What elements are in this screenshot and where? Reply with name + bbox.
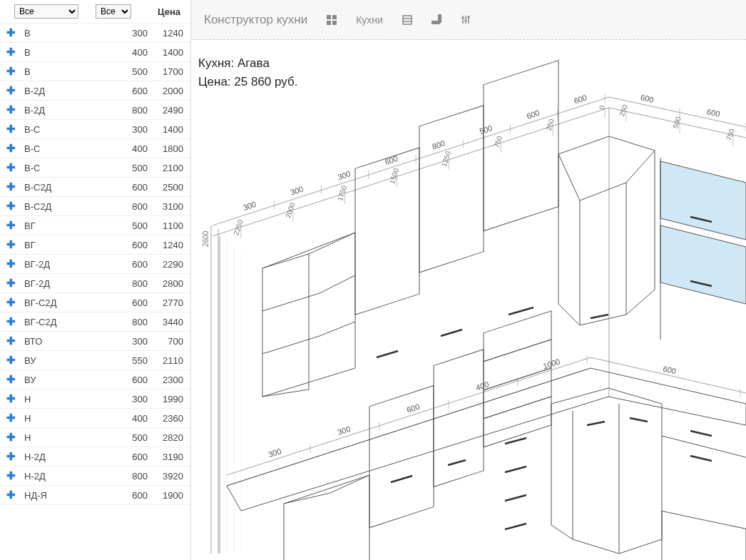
add-icon[interactable]: ✚ [3, 200, 19, 213]
item-price: 700 [148, 336, 185, 347]
catalog-row[interactable]: ✚В-С5002100 [0, 158, 190, 178]
svg-line-55 [377, 351, 398, 357]
dimension-label: 300 [337, 169, 352, 181]
catalog-row[interactable]: ✚В-2Д8002490 [0, 101, 190, 120]
item-name: Н [19, 432, 113, 443]
catalog-row[interactable]: ✚В-С3001400 [0, 120, 190, 139]
catalog-row[interactable]: ✚Н-2Д6003190 [0, 447, 190, 467]
svg-rect-50 [419, 106, 484, 273]
svg-rect-4 [403, 16, 412, 24]
svg-marker-52 [660, 161, 746, 240]
svg-rect-70 [369, 386, 434, 528]
add-icon[interactable]: ✚ [3, 26, 19, 39]
add-icon[interactable]: ✚ [3, 296, 19, 309]
catalog-row[interactable]: ✚ВГ-2Д6002290 [0, 255, 190, 274]
catalog-row[interactable]: ✚Н-2Д8003920 [0, 467, 190, 486]
item-size: 400 [113, 413, 148, 424]
main-panel: Конструктор кухни Кухни Кухня: Агава Цен… [191, 0, 746, 560]
catalog-row[interactable]: ✚В3001240 [0, 24, 190, 43]
item-name: В [19, 28, 113, 39]
item-price: 2300 [148, 375, 185, 385]
svg-rect-76 [662, 511, 746, 560]
kitchens-link[interactable]: Кухни [356, 14, 383, 26]
filter-type-select[interactable]: Все [14, 4, 78, 19]
svg-rect-49 [355, 148, 419, 315]
design-canvas[interactable]: Кухня: Агава Цена: 25 860 руб. .ln { str… [191, 40, 746, 560]
add-icon[interactable]: ✚ [3, 469, 19, 482]
item-name: В-С2Д [19, 201, 113, 212]
add-icon[interactable]: ✚ [3, 123, 19, 136]
scale-label: 250 [618, 103, 629, 118]
add-icon[interactable]: ✚ [3, 392, 19, 405]
add-icon[interactable]: ✚ [3, 489, 19, 502]
item-size: 500 [113, 66, 148, 77]
add-icon[interactable]: ✚ [3, 180, 19, 193]
catalog-row[interactable]: ✚Н4002360 [0, 409, 190, 428]
catalog-row[interactable]: ✚В-С2Д8003100 [0, 197, 190, 216]
catalog-row[interactable]: ✚ВГ-С2Д6002770 [0, 293, 190, 312]
catalog-row[interactable]: ✚ВГ-2Д8002800 [0, 274, 190, 293]
catalog-row[interactable]: ✚НД-Я6001900 [0, 486, 190, 505]
add-icon[interactable]: ✚ [3, 65, 19, 78]
ruler-icon[interactable] [431, 14, 443, 26]
item-name: В-2Д [19, 86, 113, 96]
add-icon[interactable]: ✚ [3, 373, 19, 386]
add-icon[interactable]: ✚ [3, 354, 19, 367]
item-price: 2110 [148, 355, 185, 366]
catalog-row[interactable]: ✚ВГ6001240 [0, 235, 190, 255]
svg-rect-73 [484, 340, 551, 390]
catalog-row[interactable]: ✚Н5002820 [0, 428, 190, 447]
add-icon[interactable]: ✚ [3, 103, 19, 116]
item-size: 600 [113, 452, 148, 462]
add-icon[interactable]: ✚ [3, 238, 19, 251]
scale-label: 2250 [232, 218, 244, 236]
item-price: 2000 [148, 86, 185, 96]
item-name: ВГ-С2Д [19, 297, 113, 308]
item-price: 2290 [148, 259, 185, 270]
catalog-row[interactable]: ✚ВТО300700 [0, 332, 190, 351]
add-icon[interactable]: ✚ [3, 450, 19, 463]
item-price: 1900 [148, 490, 185, 501]
add-icon[interactable]: ✚ [3, 277, 19, 290]
item-price: 2100 [148, 163, 185, 173]
item-name: ВУ [19, 375, 113, 385]
catalog-row[interactable]: ✚ВГ5001100 [0, 216, 190, 235]
scale-label: 250 [544, 118, 556, 132]
catalog-row[interactable]: ✚В-С4001800 [0, 139, 190, 158]
add-icon[interactable]: ✚ [3, 142, 19, 155]
add-icon[interactable]: ✚ [3, 219, 19, 232]
svg-line-58 [591, 315, 608, 318]
grid-icon[interactable] [326, 14, 337, 26]
settings-icon[interactable] [461, 14, 473, 26]
catalog-row[interactable]: ✚ВУ5502110 [0, 351, 190, 370]
add-icon[interactable]: ✚ [3, 431, 19, 444]
item-name: В [19, 47, 113, 58]
item-size: 800 [113, 105, 148, 116]
catalog-row[interactable]: ✚В-С2Д6002500 [0, 178, 190, 197]
add-icon[interactable]: ✚ [3, 46, 19, 58]
dimension-label: 800 [431, 138, 446, 151]
svg-line-82 [505, 495, 526, 501]
catalog-row[interactable]: ✚ВУ6002300 [0, 370, 190, 390]
list-icon[interactable] [402, 14, 413, 26]
item-price: 1990 [148, 394, 185, 404]
svg-line-48 [262, 390, 309, 397]
add-icon[interactable]: ✚ [3, 84, 19, 97]
add-icon[interactable]: ✚ [3, 161, 19, 174]
item-name: НД-Я [19, 490, 113, 501]
add-icon[interactable]: ✚ [3, 315, 19, 328]
add-icon[interactable]: ✚ [3, 258, 19, 270]
add-icon[interactable]: ✚ [3, 335, 19, 347]
svg-line-78 [391, 476, 412, 482]
catalog-panel: Все Все Цена ✚В3001240✚В4001400✚В5001700… [0, 0, 191, 560]
catalog-row[interactable]: ✚Н3001990 [0, 390, 190, 409]
svg-line-57 [509, 307, 533, 315]
catalog-row[interactable]: ✚В4001400 [0, 43, 190, 62]
item-price: 2490 [148, 105, 185, 116]
add-icon[interactable]: ✚ [3, 412, 19, 424]
catalog-row[interactable]: ✚В-2Д6002000 [0, 81, 190, 101]
catalog-row[interactable]: ✚ВГ-С2Д8003440 [0, 312, 190, 332]
app-title: Конструктор кухни [204, 13, 307, 27]
catalog-row[interactable]: ✚В5001700 [0, 62, 190, 81]
filter-size-select[interactable]: Все [96, 4, 131, 19]
